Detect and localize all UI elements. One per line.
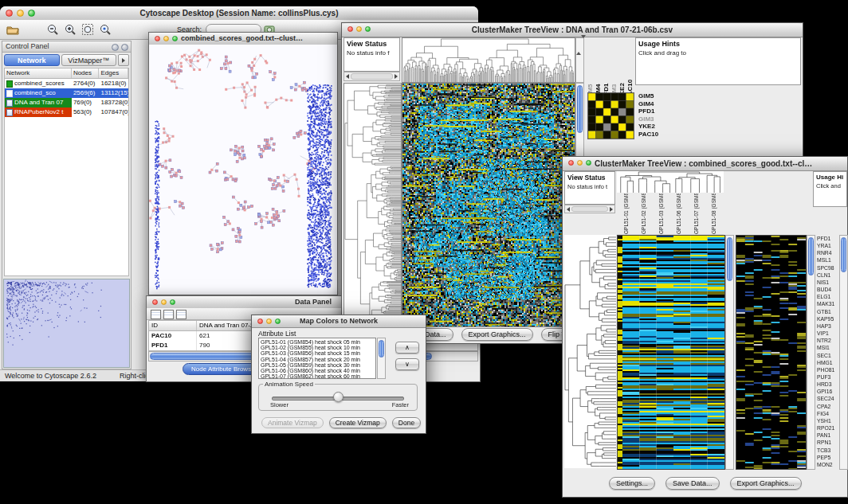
attribute-item-gpl51-04-gsm857-heat-shock-20-min[interactable]: GPL51-04 (GSM857) heat shock 20 min bbox=[261, 357, 374, 362]
usage-hints-text: Click and bbox=[816, 182, 844, 189]
heatmap-vscrollbar[interactable] bbox=[725, 235, 734, 470]
array-column-label-gim5: GIM5 bbox=[586, 37, 594, 100]
network-list-row-dna-and-tran-07[interactable]: DNA and Tran 07769(0)183728(0) bbox=[5, 98, 128, 107]
treeview-dna-titlebar[interactable]: ClusterMaker TreeView : DNA and Tran 07-… bbox=[342, 23, 803, 37]
network-table-header-row: NetworkNodesEdges bbox=[5, 68, 128, 79]
done-button[interactable]: Done bbox=[392, 417, 421, 428]
zoom-selected-icon[interactable] bbox=[99, 23, 112, 36]
tab-scroll-right-icon[interactable] bbox=[118, 54, 129, 66]
save-data-button[interactable]: Save Data... bbox=[665, 477, 720, 490]
dialog-titlebar[interactable]: Map Colors to Network bbox=[252, 315, 426, 328]
zoom-fit-icon[interactable] bbox=[81, 23, 94, 36]
create-vizmap-button[interactable]: Create Vizmap bbox=[329, 417, 387, 428]
zoom-button[interactable] bbox=[275, 318, 281, 324]
zoom-button[interactable] bbox=[170, 299, 175, 305]
minimize-button[interactable] bbox=[266, 318, 272, 324]
gene-dendrogram-canvas[interactable] bbox=[564, 235, 616, 468]
close-button[interactable] bbox=[6, 10, 13, 17]
gene-label-nis1: NIS1 bbox=[817, 279, 838, 286]
tab-network[interactable]: Network bbox=[4, 54, 60, 66]
select-attributes-icon[interactable] bbox=[151, 310, 161, 319]
move-up-button[interactable]: ∧ bbox=[395, 342, 419, 354]
global-heatmap-canvas[interactable] bbox=[736, 235, 807, 470]
zoom-out-icon[interactable] bbox=[46, 23, 59, 36]
close-button[interactable] bbox=[152, 299, 158, 305]
scrollbar-thumb[interactable] bbox=[577, 85, 583, 133]
scrollbar-thumb[interactable] bbox=[808, 237, 814, 275]
minimize-button[interactable] bbox=[577, 160, 583, 166]
correlation-matrix-canvas[interactable] bbox=[587, 92, 634, 139]
scrollbar-track[interactable] bbox=[571, 206, 608, 212]
network-list-row-combined-scores[interactable]: combined_scores2764(0)16218(0) bbox=[5, 79, 128, 88]
scrollbar-thumb[interactable] bbox=[841, 237, 846, 272]
animate-vizmap-button[interactable]: Animate Vizmap bbox=[261, 417, 324, 428]
main-titlebar[interactable]: Cytoscape Desktop (Session Name: collins… bbox=[0, 6, 478, 21]
network-table-header-network[interactable]: Network bbox=[5, 68, 72, 78]
network-table-header-nodes[interactable]: Nodes bbox=[72, 68, 100, 78]
scrollbar-thumb[interactable] bbox=[379, 340, 384, 357]
control-panel-header: Control Panel bbox=[2, 41, 131, 53]
view-status-text: No status info t bbox=[567, 183, 612, 190]
float-panel-icon[interactable] bbox=[112, 44, 119, 51]
new-attribute-icon[interactable] bbox=[163, 310, 174, 319]
gene-label-hap3: HAP3 bbox=[817, 322, 838, 330]
close-panel-icon[interactable] bbox=[121, 44, 128, 51]
experiment-column-label-gpl51-06-gsm865: GPL51-06 (GSM865) bbox=[669, 193, 687, 234]
gene-labels-vscrollbar[interactable] bbox=[839, 235, 848, 470]
attribute-list[interactable]: GPL51-01 (GSM854) heat shock 05 minGPL51… bbox=[258, 338, 376, 379]
column-dendrogram-scrollbar[interactable] bbox=[575, 37, 584, 83]
scroll-right-icon[interactable] bbox=[610, 207, 613, 212]
network-list-row-combined-sco[interactable]: combined_sco2569(6)13112(15) bbox=[5, 88, 128, 98]
attribute-item-gpl51-05-gsm859-heat-shock-30-min[interactable]: GPL51-05 (GSM859) heat shock 30 min bbox=[261, 362, 374, 368]
zoom-button[interactable] bbox=[172, 36, 178, 41]
column-header-id[interactable]: ID bbox=[149, 321, 197, 330]
global-heatmap-vscrollbar[interactable] bbox=[807, 235, 815, 470]
treeview-combined-titlebar[interactable]: ClusterMaker TreeView : combined_scores_… bbox=[563, 157, 847, 171]
export-graphics-button[interactable]: Export Graphics... bbox=[730, 477, 802, 490]
close-button[interactable] bbox=[257, 318, 263, 324]
scroll-left-icon[interactable] bbox=[346, 74, 349, 79]
status-hscrollbar[interactable] bbox=[564, 205, 615, 213]
expression-heatmap-canvas[interactable] bbox=[402, 83, 575, 327]
move-down-button[interactable]: ∨ bbox=[395, 358, 419, 370]
slider-thumb[interactable] bbox=[333, 392, 344, 402]
network-graph-canvas[interactable] bbox=[149, 45, 337, 295]
settings-button[interactable]: Settings... bbox=[609, 477, 655, 490]
column-dendrogram-canvas[interactable] bbox=[402, 37, 575, 83]
export-graphics-button[interactable]: Export Graphics... bbox=[461, 328, 533, 341]
network-overview-canvas[interactable] bbox=[3, 279, 130, 368]
attribute-item-gpl51-07-gsm862-heat-shock-60-min[interactable]: GPL51-07 (GSM862) heat shock 60 min bbox=[261, 373, 374, 379]
scroll-right-icon[interactable] bbox=[395, 74, 398, 79]
close-button[interactable] bbox=[568, 160, 574, 166]
tab-vizmapper[interactable]: VizMapper™ bbox=[61, 54, 117, 66]
gene-dendrogram-canvas[interactable] bbox=[344, 83, 402, 327]
attribute-item-gpl51-06-gsm860-heat-shock-40-min[interactable]: GPL51-06 (GSM860) heat shock 40 min bbox=[261, 368, 374, 373]
network-table-header-edges[interactable]: Edges bbox=[99, 68, 128, 78]
scrollbar-thumb[interactable] bbox=[727, 237, 732, 281]
network-view-titlebar[interactable]: combined_scores_good.txt--cluste... bbox=[149, 33, 337, 45]
close-button[interactable] bbox=[155, 36, 160, 41]
delete-attribute-icon[interactable] bbox=[176, 310, 186, 319]
attribute-item-gpl51-03-gsm856-heat-shock-15-min[interactable]: GPL51-03 (GSM856) heat shock 15 min bbox=[261, 350, 374, 356]
column-dendrogram-canvas[interactable] bbox=[617, 171, 724, 193]
open-session-icon[interactable] bbox=[6, 23, 19, 36]
network-list-row-rnapubernov2-t[interactable]: RNAPuberNov2 t563(0)107847(0) bbox=[5, 107, 128, 117]
zoom-button[interactable] bbox=[586, 160, 591, 166]
scrollbar-track[interactable] bbox=[351, 73, 393, 80]
scroll-left-icon[interactable] bbox=[567, 207, 570, 212]
minimize-button[interactable] bbox=[356, 26, 362, 32]
attribute-item-gpl51-01-gsm854-heat-shock-05-min[interactable]: GPL51-01 (GSM854) heat shock 05 min bbox=[261, 339, 374, 345]
minimize-button[interactable] bbox=[17, 10, 24, 17]
expression-heatmap-canvas[interactable] bbox=[617, 235, 725, 470]
zoom-button[interactable] bbox=[365, 26, 371, 32]
attribute-item-gpl51-02-gsm855-heat-shock-10-min[interactable]: GPL51-02 (GSM855) heat shock 10 min bbox=[261, 345, 374, 350]
minimize-button[interactable] bbox=[161, 299, 167, 305]
attribute-list-scrollbar[interactable] bbox=[377, 338, 386, 379]
status-hscrollbar[interactable] bbox=[344, 72, 400, 81]
faster-label: Faster bbox=[392, 401, 409, 408]
usage-hints-text: Click and drag to bbox=[638, 49, 798, 57]
zoom-button[interactable] bbox=[28, 10, 35, 17]
zoom-in-icon[interactable] bbox=[64, 23, 77, 36]
close-button[interactable] bbox=[347, 26, 353, 32]
minimize-button[interactable] bbox=[163, 36, 169, 41]
